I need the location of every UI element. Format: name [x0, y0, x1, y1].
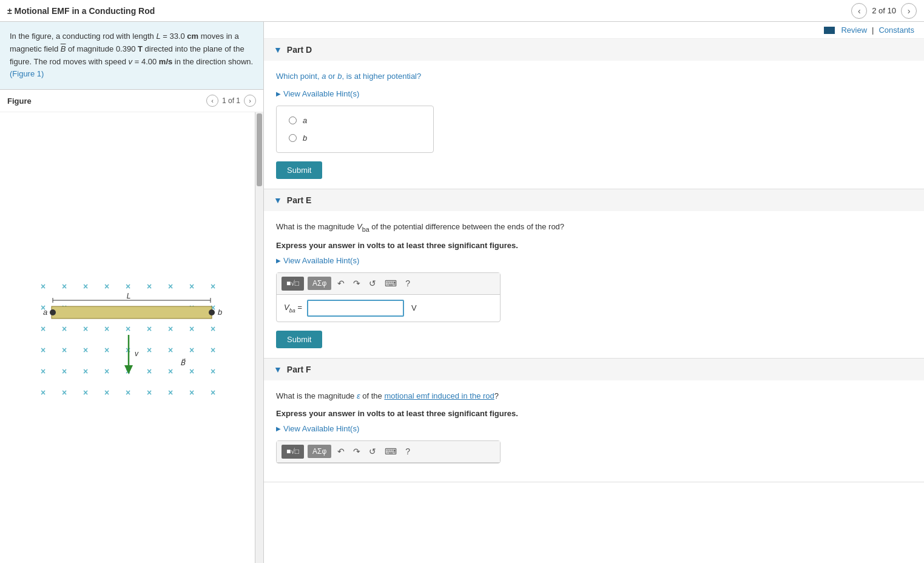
formula-icon-e: ■√□	[286, 279, 299, 288]
radio-input-b[interactable]	[289, 134, 297, 142]
svg-text:×: ×	[211, 366, 215, 376]
part-d-header[interactable]: ▼ Part D	[264, 39, 924, 61]
svg-text:×: ×	[104, 345, 109, 355]
svg-text:×: ×	[189, 282, 194, 291]
review-icon	[824, 27, 835, 34]
radio-label-b: b	[303, 133, 307, 143]
figure-prev-btn[interactable]: ‹	[206, 95, 218, 107]
part-d-hint-link[interactable]: View Available Hint(s)	[276, 89, 912, 98]
svg-text:b: b	[218, 308, 222, 317]
figure-link[interactable]: (Figure 1)	[10, 69, 44, 78]
svg-text:B⃗: B⃗	[180, 357, 186, 366]
part-d-body: Which point, a or b, is at higher potent…	[264, 61, 924, 189]
separator: |	[872, 25, 874, 35]
svg-text:×: ×	[126, 282, 130, 291]
reset-button-e[interactable]: ↺	[366, 277, 379, 289]
part-e-question-2: Express your answer in volts to at least…	[276, 241, 912, 250]
part-f-question-2: Express your answer in volts to at least…	[276, 409, 912, 418]
part-e-label: Part E	[287, 195, 311, 205]
part-e-input-field[interactable]	[307, 300, 404, 317]
part-e-unit: V	[411, 303, 417, 312]
svg-text:×: ×	[189, 388, 194, 397]
svg-text:×: ×	[147, 388, 152, 397]
svg-text:×: ×	[104, 324, 109, 334]
constants-link[interactable]: Constants	[878, 25, 914, 35]
help-button-f[interactable]: ?	[403, 445, 413, 457]
part-e-section: ▼ Part E What is the magnitude Vba of th…	[264, 189, 924, 359]
figure-canvas: × × × × × × × × × × × × × ×	[0, 112, 263, 563]
figure-area: Figure ‹ 1 of 1 ›	[0, 90, 263, 563]
svg-text:×: ×	[41, 366, 46, 376]
main-layout: In the figure, a conducting rod with len…	[0, 22, 924, 563]
svg-text:×: ×	[62, 282, 67, 291]
svg-text:×: ×	[62, 388, 67, 397]
undo-button-f[interactable]: ↶	[335, 445, 347, 457]
svg-text:×: ×	[211, 324, 215, 334]
svg-text:×: ×	[211, 388, 215, 397]
help-button-e[interactable]: ?	[403, 277, 413, 289]
radio-input-a[interactable]	[289, 116, 297, 124]
part-e-submit[interactable]: Submit	[276, 331, 322, 348]
page-indicator: 2 of 10	[872, 6, 896, 15]
part-d-chevron: ▼	[274, 45, 282, 55]
figure-nav: ‹ 1 of 1 ›	[206, 95, 256, 107]
part-f-header[interactable]: ▼ Part F	[264, 359, 924, 380]
right-panel: Review | Constants ▼ Part D Which point,…	[264, 22, 924, 563]
svg-text:×: ×	[147, 345, 152, 355]
header-navigation: ‹ 2 of 10 ›	[851, 3, 917, 19]
part-e-input-row: Vba = V	[277, 295, 500, 322]
svg-text:×: ×	[189, 345, 194, 355]
formula-button-f[interactable]: ■√□	[282, 445, 304, 459]
redo-button-e[interactable]: ↷	[351, 277, 363, 289]
svg-text:×: ×	[189, 324, 194, 334]
reset-button-f[interactable]: ↺	[366, 445, 379, 457]
part-d-label: Part D	[287, 45, 312, 55]
part-d-submit[interactable]: Submit	[276, 161, 322, 179]
svg-text:×: ×	[62, 324, 67, 334]
svg-text:v: v	[135, 349, 139, 358]
part-d-section: ▼ Part D Which point, a or b, is at high…	[264, 39, 924, 189]
svg-text:×: ×	[126, 388, 130, 397]
radio-label-a: a	[303, 116, 307, 125]
radio-option-a[interactable]: a	[289, 116, 421, 125]
svg-text:×: ×	[147, 366, 152, 376]
part-f-hint-link[interactable]: View Available Hint(s)	[276, 424, 912, 433]
figure-scrollbar[interactable]	[255, 112, 263, 563]
part-e-header[interactable]: ▼ Part E	[264, 189, 924, 211]
svg-text:×: ×	[83, 388, 88, 397]
svg-text:×: ×	[104, 366, 109, 376]
part-e-body: What is the magnitude Vba of the potenti…	[264, 211, 924, 358]
part-f-chevron: ▼	[274, 365, 282, 374]
prev-button[interactable]: ‹	[851, 3, 867, 19]
symbol-button-e[interactable]: AΣφ	[308, 277, 331, 290]
conducting-rod	[52, 306, 212, 319]
svg-text:×: ×	[126, 324, 130, 334]
part-e-input-label: Vba =	[284, 303, 302, 314]
part-f-section: ▼ Part F What is the magnitude ε of the …	[264, 359, 924, 482]
svg-text:L: L	[127, 292, 131, 300]
undo-button-e[interactable]: ↶	[335, 277, 347, 289]
part-d-radio-box: a b	[276, 106, 434, 153]
radio-option-b[interactable]: b	[289, 133, 421, 143]
part-e-hint-link[interactable]: View Available Hint(s)	[276, 256, 912, 265]
point-b	[209, 309, 215, 315]
svg-text:×: ×	[83, 324, 88, 334]
figure-title: Figure	[7, 96, 32, 106]
figure-page: 1 of 1	[222, 96, 240, 105]
figure-next-btn[interactable]: ›	[244, 95, 256, 107]
keyboard-button-e[interactable]: ⌨	[382, 277, 399, 289]
svg-text:a: a	[43, 308, 47, 317]
problem-text-box: In the figure, a conducting rod with len…	[0, 22, 263, 90]
redo-button-f[interactable]: ↷	[351, 445, 363, 457]
formula-button-e[interactable]: ■√□	[282, 277, 304, 291]
svg-text:×: ×	[211, 282, 215, 291]
svg-text:×: ×	[41, 324, 46, 334]
svg-text:×: ×	[189, 366, 194, 376]
review-link[interactable]: Review	[841, 25, 867, 35]
keyboard-button-f[interactable]: ⌨	[382, 445, 399, 457]
part-f-body: What is the magnitude ε of the motional …	[264, 380, 924, 482]
part-f-math-toolbar: ■√□ AΣφ ↶ ↷ ↺ ⌨ ?	[277, 441, 500, 463]
symbol-button-f[interactable]: AΣφ	[308, 445, 331, 458]
svg-text:×: ×	[41, 282, 46, 291]
next-button[interactable]: ›	[901, 3, 917, 19]
